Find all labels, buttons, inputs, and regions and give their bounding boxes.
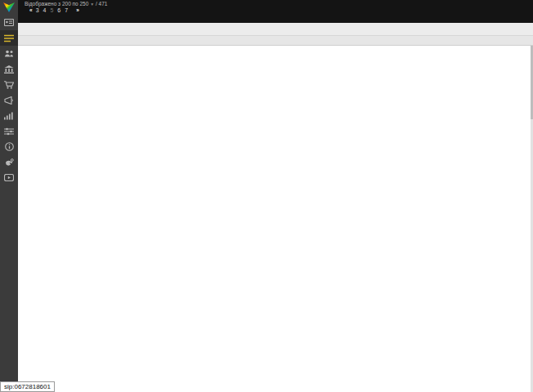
orders-list-icon	[4, 34, 14, 42]
sidebar-item-bank[interactable]	[0, 61, 18, 77]
page-number-3[interactable]: 3	[36, 7, 39, 13]
showing-text: Відображено з 200 по 250	[25, 1, 88, 7]
megaphone-icon	[4, 96, 14, 105]
page-size-caret-icon[interactable]: ▼	[90, 2, 94, 7]
video-icon	[4, 174, 14, 181]
sidebar-item-hand[interactable]	[0, 154, 18, 170]
last-page-button[interactable]: »	[76, 7, 78, 13]
sidebar-item-clients[interactable]	[0, 46, 18, 61]
showing-range: Відображено з 200 по 250 ▼ / 471	[18, 0, 533, 7]
sidebar-item-cart[interactable]	[0, 77, 18, 92]
page-number-5[interactable]: 5	[50, 7, 53, 13]
sidebar-item-orders-list[interactable]	[0, 30, 18, 46]
sidebar-item-info[interactable]	[0, 139, 18, 154]
sidebar-item-megaphone[interactable]	[0, 92, 18, 108]
sidebar-item-video[interactable]	[0, 170, 18, 185]
pagination: « 34567 »	[18, 7, 533, 13]
sidebar-item-id-card[interactable]	[0, 15, 18, 30]
app-sidebar	[0, 0, 18, 392]
sliders-icon	[4, 127, 14, 136]
table-header	[18, 23, 533, 36]
cart-icon	[4, 81, 14, 89]
page-number-4[interactable]: 4	[43, 7, 47, 13]
total-count: / 471	[96, 1, 107, 7]
page-number-7[interactable]: 7	[65, 7, 68, 13]
page-number-6[interactable]: 6	[57, 7, 60, 13]
status-tabs	[19, 13, 533, 23]
app-logo[interactable]	[0, 0, 18, 15]
id-card-icon	[4, 19, 14, 26]
sip-status-text: sip:0672818601	[0, 381, 55, 392]
stats-icon	[4, 112, 14, 120]
clients-icon	[4, 50, 14, 57]
info-icon	[5, 142, 14, 151]
first-page-button[interactable]: «	[29, 7, 32, 13]
filter-row	[18, 36, 533, 46]
hand-icon	[4, 158, 14, 167]
bank-icon	[4, 65, 14, 74]
sidebar-item-stats[interactable]	[0, 108, 18, 123]
sidebar-item-sliders[interactable]	[0, 123, 18, 139]
orders-table	[18, 46, 533, 392]
logo-icon	[3, 2, 15, 12]
